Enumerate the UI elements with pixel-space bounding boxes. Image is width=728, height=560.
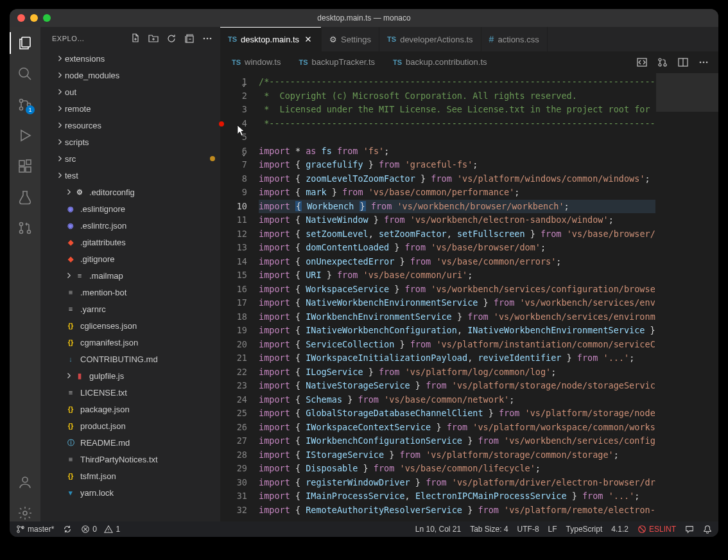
source-control-icon[interactable]: 1	[17, 96, 33, 113]
tree-item-label: test	[65, 171, 78, 180]
editor-tab[interactable]: #actions.css	[481, 27, 548, 51]
settings-gear-icon[interactable]	[17, 505, 33, 521]
github-pr-icon[interactable]	[17, 220, 33, 236]
explorer-icon[interactable]	[17, 35, 33, 51]
file-icon: {}	[65, 470, 76, 482]
file-item[interactable]: ⓘREADME.md	[40, 434, 220, 451]
folder-item[interactable]: remote	[40, 100, 220, 117]
file-item[interactable]: ◉.eslintignore	[40, 200, 220, 217]
svg-rect-7	[26, 167, 31, 172]
file-icon: ◉	[65, 220, 76, 231]
file-icon: ▮	[74, 370, 85, 381]
folder-item[interactable]: resources	[40, 117, 220, 134]
file-item[interactable]: ◆.gitignore	[40, 250, 220, 267]
file-item[interactable]: ≡.mailmap	[40, 267, 220, 284]
tree-item-label: scripts	[65, 137, 89, 147]
file-item[interactable]: {}cglicenses.json	[40, 317, 220, 334]
file-item[interactable]: ≡.mention-bot	[40, 284, 220, 301]
window-maximize[interactable]	[43, 14, 51, 22]
svg-point-19	[659, 58, 661, 61]
status-bell-icon[interactable]	[703, 525, 712, 534]
explorer-sidebar: EXPLO… extensionsnode_modulesoutremotere…	[40, 27, 220, 521]
window-minimize[interactable]	[30, 14, 38, 22]
svg-point-15	[204, 38, 205, 40]
svg-rect-6	[19, 167, 24, 172]
chevron-right-icon	[55, 153, 65, 164]
vcs-modified-indicator	[210, 156, 215, 161]
status-feedback-icon[interactable]	[685, 525, 694, 534]
extensions-icon[interactable]	[17, 158, 33, 175]
file-icon: ≡	[65, 286, 76, 298]
code-editor[interactable]: 1⌄23456⌄78910111213141516171819202122232…	[220, 73, 718, 521]
editor-tab[interactable]: TSbackupTracker.ts	[290, 51, 384, 73]
svg-rect-8	[26, 160, 31, 164]
folder-item[interactable]: scripts	[40, 134, 220, 150]
editor-tab[interactable]: TSbackup.contribution.ts	[384, 51, 496, 73]
file-item[interactable]: {}product.json	[40, 417, 220, 434]
status-eslint[interactable]: ESLINT	[637, 525, 676, 534]
file-icon: {}	[65, 337, 76, 348]
open-changes-icon[interactable]	[636, 57, 648, 68]
file-icon: ◆	[65, 236, 76, 248]
folder-item[interactable]: test	[40, 167, 220, 184]
file-icon: ≡	[65, 453, 76, 465]
folder-item[interactable]: out	[40, 83, 220, 100]
window-title: desktop.main.ts — monaco	[317, 13, 410, 22]
file-item[interactable]: ≡LICENSE.txt	[40, 384, 220, 401]
new-file-icon[interactable]	[129, 32, 142, 45]
tree-item-label: CONTRIBUTING.md	[80, 354, 158, 364]
file-item[interactable]: ▮gulpfile.js	[40, 367, 220, 384]
status-language[interactable]: TypeScript	[566, 525, 603, 534]
testing-icon[interactable]	[17, 189, 33, 206]
run-debug-icon[interactable]	[17, 127, 33, 144]
file-item[interactable]: ≡ThirdPartyNotices.txt	[40, 451, 220, 468]
status-bar: master* 0 1 Ln 10, Col 21 Tab Size: 4 UT…	[10, 521, 718, 537]
status-sync[interactable]	[63, 525, 72, 534]
split-editor-icon[interactable]	[677, 57, 689, 68]
file-item[interactable]: {}cgmanifest.json	[40, 334, 220, 351]
svg-point-27	[17, 530, 20, 533]
status-position[interactable]: Ln 10, Col 21	[415, 525, 461, 534]
tree-item-label: src	[65, 154, 76, 164]
compare-changes-icon[interactable]	[657, 57, 668, 68]
collapse-all-icon[interactable]	[183, 32, 196, 45]
file-item[interactable]: ▾yarn.lock	[40, 484, 220, 501]
tree-item-label: ThirdPartyNotices.txt	[80, 455, 158, 464]
status-ts-version[interactable]: 4.1.2	[611, 525, 628, 534]
editor-tab[interactable]: TSdeveloperActions.ts	[379, 27, 481, 51]
window-close[interactable]	[17, 14, 25, 22]
file-item[interactable]: ↓CONTRIBUTING.md	[40, 351, 220, 367]
folder-item[interactable]: node_modules	[40, 67, 220, 83]
file-item[interactable]: ◉.eslintrc.json	[40, 217, 220, 234]
breakpoint-icon[interactable]	[219, 121, 224, 127]
tree-item-label: .mailmap	[89, 271, 123, 281]
typescript-icon: TS	[228, 35, 237, 43]
file-item[interactable]: ◆.gitattributes	[40, 234, 220, 250]
more-icon[interactable]	[201, 32, 214, 45]
file-item[interactable]: ≡.yarnrc	[40, 301, 220, 317]
close-icon[interactable]	[303, 34, 313, 44]
editor-tab[interactable]: TSdesktop.main.ts	[220, 27, 322, 51]
file-item[interactable]: ⚙.editorconfig	[40, 184, 220, 200]
editor-tabs-row2: TSwindow.tsTSbackupTracker.tsTSbackup.co…	[220, 51, 718, 73]
search-icon[interactable]	[17, 66, 33, 82]
folder-item[interactable]: src	[40, 150, 220, 167]
status-tabsize[interactable]: Tab Size: 4	[470, 525, 508, 534]
editor-tab[interactable]: TSwindow.ts	[223, 51, 290, 73]
chevron-right-icon	[55, 120, 65, 130]
status-encoding[interactable]: UTF-8	[517, 525, 539, 534]
refresh-icon[interactable]	[165, 32, 178, 45]
file-tree[interactable]: extensionsnode_modulesoutremoteresources…	[40, 50, 220, 521]
new-folder-icon[interactable]	[147, 32, 160, 45]
file-item[interactable]: {}tsfmt.json	[40, 468, 220, 484]
more-actions-icon[interactable]	[698, 57, 709, 68]
status-branch[interactable]: master*	[16, 525, 54, 534]
minimap[interactable]	[655, 73, 718, 521]
folder-item[interactable]: extensions	[40, 50, 220, 67]
accounts-icon[interactable]	[17, 474, 33, 491]
scm-badge: 1	[26, 105, 35, 114]
file-item[interactable]: {}package.json	[40, 401, 220, 417]
status-problems[interactable]: 0 1	[81, 525, 120, 534]
editor-tab[interactable]: ⚙Settings	[322, 27, 379, 51]
status-eol[interactable]: LF	[548, 525, 557, 534]
